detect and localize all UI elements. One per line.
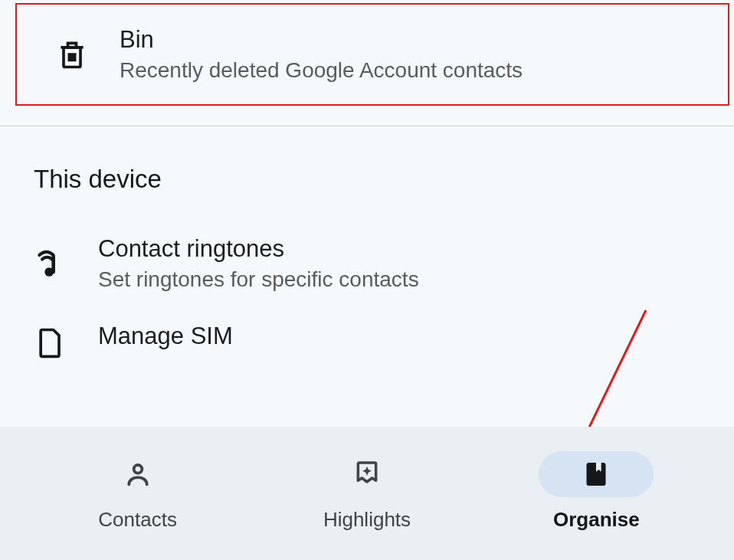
section-header-this-device: This device — [0, 126, 734, 212]
ringtones-title: Contact ringtones — [98, 235, 419, 263]
nav-highlights[interactable]: Highlights — [290, 451, 444, 532]
nav-highlights-label: Highlights — [323, 508, 411, 532]
nav-organise-label: Organise — [553, 508, 640, 532]
nav-contacts[interactable]: Contacts — [61, 451, 215, 532]
bottom-nav: Contacts Highlights Organise — [0, 427, 734, 560]
svg-point-2 — [133, 465, 142, 473]
nav-contacts-label: Contacts — [98, 508, 177, 532]
bin-row[interactable]: Bin Recently deleted Google Account cont… — [15, 3, 729, 106]
bookmark-book-icon — [581, 459, 611, 490]
ringtones-text: Contact ringtones Set ringtones for spec… — [98, 235, 419, 292]
sim-title: Manage SIM — [98, 323, 233, 350]
nav-organise[interactable]: Organise — [519, 451, 673, 532]
person-icon — [123, 459, 153, 490]
contact-ringtones-row[interactable]: Contact ringtones Set ringtones for spec… — [0, 212, 734, 315]
bin-text: Bin Recently deleted Google Account cont… — [120, 26, 523, 83]
ringtones-subtitle: Set ringtones for specific contacts — [98, 267, 419, 292]
manage-sim-row[interactable]: Manage SIM — [0, 315, 734, 359]
sim-icon — [34, 326, 67, 359]
sim-text: Manage SIM — [98, 326, 233, 350]
trash-icon — [55, 38, 89, 71]
ringtone-icon — [34, 247, 67, 280]
sparkle-badge-icon — [352, 459, 382, 490]
bin-subtitle: Recently deleted Google Account contacts — [120, 58, 523, 83]
bin-title: Bin — [120, 26, 523, 54]
